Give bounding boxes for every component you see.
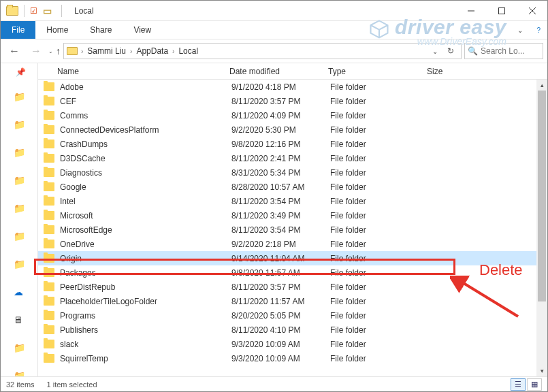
back-button[interactable]: ← xyxy=(5,45,24,57)
file-date: 8/28/2020 10:57 AM xyxy=(231,182,330,192)
file-row[interactable]: PeerDistRepub8/11/2020 3:57 PMFile folde… xyxy=(38,280,547,294)
details-view-button[interactable]: ☰ xyxy=(511,378,526,391)
scrollbar-thumb[interactable] xyxy=(538,91,546,301)
file-date: 9/3/2020 10:09 AM xyxy=(231,354,330,363)
address-bar[interactable]: › Sammi Liu › AppData › Local ⌄ ↻ xyxy=(63,43,462,59)
folder-icon xyxy=(44,282,54,291)
folder-icon xyxy=(44,182,54,191)
forward-button[interactable]: → xyxy=(27,45,46,57)
sidebar-folder-icon[interactable]: 📁 xyxy=(14,147,25,158)
window-title: Local xyxy=(71,6,94,16)
scroll-down-icon[interactable]: ▾ xyxy=(536,365,547,376)
ribbon-home-tab[interactable]: Home xyxy=(35,21,79,39)
breadcrumb-1[interactable]: Sammi Liu xyxy=(84,46,129,56)
file-date: 9/3/2020 10:09 AM xyxy=(231,340,330,349)
qat-properties-icon[interactable]: ☑ xyxy=(30,6,37,16)
this-pc-icon[interactable]: 🖥 xyxy=(14,314,25,325)
file-date: 8/11/2020 3:54 PM xyxy=(231,197,330,206)
column-type[interactable]: Type xyxy=(324,67,423,76)
file-row[interactable]: Intel8/11/2020 3:54 PMFile folder xyxy=(38,194,547,208)
file-row[interactable]: ConnectedDevicesPlatform9/2/2020 5:30 PM… xyxy=(38,122,547,137)
folder-icon xyxy=(44,140,54,148)
file-row[interactable]: slack9/3/2020 10:09 AMFile folder xyxy=(38,337,547,351)
ribbon-share-tab[interactable]: Share xyxy=(79,21,123,39)
file-date: 9/14/2020 11:04 AM xyxy=(231,254,330,263)
up-button[interactable]: ↑ xyxy=(56,46,61,56)
sidebar-folder-icon[interactable]: 📁 xyxy=(14,342,25,353)
chevron-right-icon[interactable]: › xyxy=(130,48,132,55)
sidebar-folder-icon[interactable]: 📁 xyxy=(14,370,25,376)
column-size[interactable]: Size xyxy=(423,67,547,76)
folder-icon xyxy=(44,111,54,120)
ribbon-view-tab[interactable]: View xyxy=(123,21,162,39)
recent-locations-dropdown[interactable]: ⌄ xyxy=(48,48,53,54)
column-headers[interactable]: Name Date modified Type Size xyxy=(38,63,547,80)
file-type: File folder xyxy=(330,168,429,178)
file-name: Publishers xyxy=(60,325,231,335)
file-date: 8/11/2020 3:54 PM xyxy=(231,225,330,235)
ribbon-collapse-chevron-icon[interactable]: ⌄ xyxy=(511,22,530,38)
ribbon-help-icon[interactable]: ? xyxy=(530,22,547,38)
chevron-right-icon[interactable]: › xyxy=(172,48,174,55)
minimize-button[interactable] xyxy=(455,1,486,21)
file-name: SquirrelTemp xyxy=(60,354,231,363)
sidebar-folder-icon[interactable]: 📁 xyxy=(14,203,25,214)
navbar: ← → ⌄ ↑ › Sammi Liu › AppData › Local ⌄ … xyxy=(1,39,547,63)
sidebar-folder-icon[interactable]: 📁 xyxy=(14,119,25,130)
file-row[interactable]: D3DSCache8/11/2020 2:41 PMFile folder xyxy=(38,151,547,165)
file-row[interactable]: Microsoft8/11/2020 3:49 PMFile folder xyxy=(38,208,547,223)
file-name: ConnectedDevicesPlatform xyxy=(60,125,231,135)
onedrive-icon[interactable]: ☁ xyxy=(14,287,25,297)
scroll-up-icon[interactable]: ▴ xyxy=(536,80,547,91)
qat-newfolder-icon[interactable]: ▭ xyxy=(43,5,52,16)
file-row[interactable]: OneDrive9/2/2020 2:18 PMFile folder xyxy=(38,237,547,251)
file-row[interactable]: Comms8/11/2020 4:09 PMFile folder xyxy=(38,108,547,122)
vertical-scrollbar[interactable]: ▴ ▾ xyxy=(536,80,547,376)
file-row[interactable]: Publishers8/11/2020 4:10 PMFile folder xyxy=(38,323,547,337)
quick-access-icon[interactable]: 📌 xyxy=(16,67,22,74)
qat-separator xyxy=(24,5,25,17)
column-name[interactable]: Name xyxy=(38,67,225,76)
file-row[interactable]: PlaceholderTileLogoFolder8/11/2020 11:57… xyxy=(38,294,547,308)
qat-folder-icon[interactable] xyxy=(6,6,18,16)
file-row[interactable]: CEF8/11/2020 3:57 PMFile folder xyxy=(38,94,547,108)
file-row[interactable]: Adobe9/1/2020 4:18 PMFile folder xyxy=(38,80,547,94)
close-button[interactable] xyxy=(517,1,547,21)
search-placeholder: Search Lo... xyxy=(481,46,525,56)
ribbon-file-tab[interactable]: File xyxy=(1,21,35,39)
folder-icon xyxy=(44,197,54,206)
search-icon: 🔍 xyxy=(468,46,478,56)
file-row[interactable]: Programs8/20/2020 5:05 PMFile folder xyxy=(38,308,547,323)
sidebar-folder-icon[interactable]: 📁 xyxy=(14,91,25,102)
file-row[interactable]: MicrosoftEdge8/11/2020 3:54 PMFile folde… xyxy=(38,223,547,237)
breadcrumb-3[interactable]: Local xyxy=(176,46,201,56)
maximize-button[interactable] xyxy=(486,1,517,21)
file-row[interactable]: Packages9/8/2020 11:57 AMFile folder xyxy=(38,265,547,280)
column-date[interactable]: Date modified xyxy=(225,67,324,76)
sidebar-folder-icon[interactable]: 📁 xyxy=(14,175,25,186)
file-date: 8/11/2020 4:10 PM xyxy=(231,325,330,335)
thumbnails-view-button[interactable]: ▦ xyxy=(527,378,542,391)
status-selection: 1 item selected xyxy=(47,380,97,389)
file-name: Programs xyxy=(60,311,231,321)
address-dropdown-icon[interactable]: ⌄ xyxy=(428,48,442,55)
file-row[interactable]: Origin9/14/2020 11:04 AMFile folder xyxy=(38,251,547,265)
file-row[interactable]: CrashDumps9/8/2020 12:16 PMFile folder xyxy=(38,137,547,151)
file-type: File folder xyxy=(330,154,429,163)
content-area: 📌 📁 📁 📁 📁 📁 📁 📁 ☁ 🖥 📁 📁 Name Date modifi… xyxy=(1,63,547,376)
chevron-right-icon[interactable]: › xyxy=(81,48,83,55)
file-row[interactable]: Google8/28/2020 10:57 AMFile folder xyxy=(38,180,547,194)
file-name: Diagnostics xyxy=(60,168,231,178)
file-row[interactable]: Diagnostics8/31/2020 5:34 PMFile folder xyxy=(38,165,547,180)
file-name: Microsoft xyxy=(60,211,231,220)
breadcrumb-2[interactable]: AppData xyxy=(133,46,171,56)
refresh-button[interactable]: ↻ xyxy=(443,46,458,56)
sidebar-folder-icon[interactable]: 📁 xyxy=(14,231,25,242)
search-box[interactable]: 🔍 Search Lo... xyxy=(464,43,543,59)
file-date: 8/11/2020 4:09 PM xyxy=(231,111,330,120)
nav-pane[interactable]: 📌 📁 📁 📁 📁 📁 📁 📁 ☁ 🖥 📁 📁 xyxy=(1,63,38,376)
folder-icon xyxy=(44,311,54,320)
file-date: 9/2/2020 2:18 PM xyxy=(231,240,330,249)
file-row[interactable]: SquirrelTemp9/3/2020 10:09 AMFile folder xyxy=(38,351,547,365)
sidebar-folder-icon[interactable]: 📁 xyxy=(14,259,25,270)
